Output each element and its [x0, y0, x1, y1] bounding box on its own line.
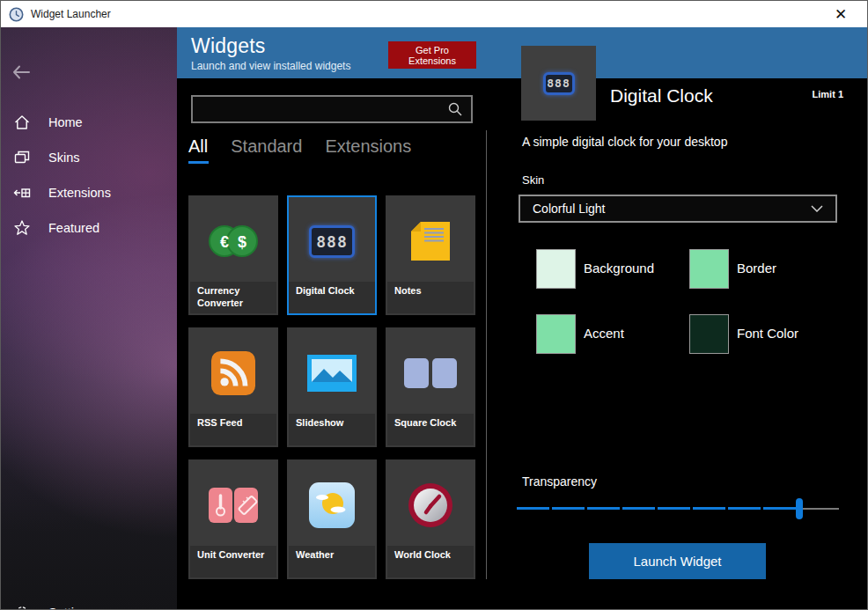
- skin-select[interactable]: Colorful Light: [519, 195, 837, 223]
- sidebar-item-label: Featured: [48, 221, 99, 235]
- widget-card-currency-converter[interactable]: € $ Currency Converter: [188, 195, 278, 315]
- square-clock-icon: [403, 356, 458, 391]
- detail-widget-tile: 888: [521, 46, 596, 121]
- back-arrow-icon[interactable]: [11, 62, 32, 82]
- search-input[interactable]: [193, 97, 447, 121]
- sidebar-item-extensions[interactable]: Extensions: [1, 180, 177, 206]
- widget-card-label: Unit Converter: [197, 548, 269, 561]
- widget-card-rss-feed[interactable]: RSS Feed: [188, 327, 278, 447]
- gear-icon: [13, 604, 31, 610]
- slider-track-filled[interactable]: [517, 507, 799, 510]
- chevron-down-icon: [811, 205, 823, 212]
- widget-card-notes[interactable]: Notes: [386, 195, 475, 315]
- tab-all[interactable]: All: [188, 136, 208, 164]
- search-box: [191, 95, 473, 123]
- extensions-icon: [13, 184, 31, 202]
- rss-feed-icon: [211, 351, 255, 395]
- star-icon: [13, 219, 31, 237]
- home-icon: [13, 114, 31, 131]
- search-icon[interactable]: [447, 101, 463, 117]
- border-color-swatch[interactable]: [689, 249, 729, 289]
- get-pro-extensions-button[interactable]: Get Pro Extensions: [388, 41, 476, 69]
- swatch-label: Accent: [584, 326, 624, 341]
- svg-text:$: $: [238, 233, 246, 251]
- scrollbar[interactable]: [486, 130, 487, 579]
- swatch-label: Border: [737, 261, 776, 276]
- widget-card-label: World Clock: [394, 548, 467, 561]
- slideshow-icon: [307, 355, 357, 392]
- window-title: Widget Launcher: [31, 8, 111, 20]
- title-bar: Widget Launcher ✕: [1, 1, 867, 27]
- skin-label: Skin: [522, 173, 544, 187]
- currency-converter-icon: € $: [206, 224, 261, 259]
- slider-track-remainder[interactable]: [799, 508, 839, 510]
- widget-card-unit-converter[interactable]: Unit Converter: [188, 459, 278, 579]
- widget-card-label: Digital Clock: [296, 284, 368, 297]
- page-title: Widgets: [191, 34, 265, 58]
- tab-bar: All Standard Extensions: [188, 136, 411, 164]
- close-button[interactable]: ✕: [821, 1, 860, 27]
- sidebar-item-label: Settings: [48, 606, 94, 610]
- app-clock-icon: [9, 7, 24, 22]
- unit-converter-icon: [207, 485, 260, 525]
- widget-card-square-clock[interactable]: Square Clock: [386, 327, 475, 447]
- slider-thumb[interactable]: [796, 498, 803, 519]
- widget-card-label: RSS Feed: [197, 416, 269, 429]
- tab-standard[interactable]: Standard: [231, 136, 302, 164]
- tab-extensions[interactable]: Extensions: [325, 136, 411, 164]
- detail-description: A simple digital clock for your desktop: [522, 135, 727, 149]
- sidebar-item-featured[interactable]: Featured: [1, 215, 177, 241]
- widget-card-label: Currency Converter: [197, 284, 269, 309]
- world-clock-icon: [407, 481, 454, 529]
- accent-color-swatch[interactable]: [536, 314, 576, 354]
- sidebar-item-label: Extensions: [48, 186, 111, 200]
- svg-text:€: €: [220, 233, 229, 251]
- font-color-swatch[interactable]: [689, 314, 729, 354]
- skin-selected-value: Colorful Light: [533, 202, 606, 216]
- widget-card-digital-clock[interactable]: 888 Digital Clock: [287, 195, 377, 315]
- background-color-swatch[interactable]: [536, 249, 576, 289]
- sidebar-item-home[interactable]: Home: [1, 109, 177, 136]
- swatch-label: Font Color: [737, 326, 798, 341]
- widget-launcher-window: Widget Launcher ✕ Home Skins: [0, 0, 868, 610]
- detail-title: Digital Clock: [610, 85, 713, 107]
- widget-card-weather[interactable]: Weather: [287, 459, 377, 579]
- widget-card-label: Notes: [394, 284, 467, 297]
- swatch-row: Background Border: [522, 249, 850, 290]
- weather-icon: [309, 482, 355, 528]
- swatch-label: Background: [584, 261, 654, 276]
- widget-grid: € $ Currency Converter 888 Digital Clock: [188, 195, 479, 579]
- swatch-row: Accent Font Color: [522, 314, 850, 355]
- sidebar: Home Skins Extensions Featured: [1, 27, 177, 610]
- sidebar-item-settings[interactable]: Settings: [1, 599, 177, 610]
- widget-card-world-clock[interactable]: World Clock: [386, 459, 475, 579]
- digital-clock-icon: 888: [309, 225, 355, 258]
- transparency-slider[interactable]: [517, 497, 839, 520]
- launch-widget-button[interactable]: Launch Widget: [589, 543, 766, 579]
- widget-card-label: Weather: [296, 548, 368, 561]
- page-subtitle: Launch and view installed widgets: [191, 60, 350, 72]
- sidebar-item-label: Home: [48, 115, 83, 129]
- widget-card-label: Slideshow: [296, 416, 368, 429]
- widget-card-label: Square Clock: [394, 416, 467, 429]
- sidebar-item-skins[interactable]: Skins: [1, 144, 177, 171]
- limit-badge: Limit 1: [813, 89, 843, 99]
- widget-card-slideshow[interactable]: Slideshow: [287, 327, 377, 447]
- sidebar-item-label: Skins: [48, 151, 79, 165]
- digital-clock-icon: 888: [543, 72, 575, 95]
- skins-icon: [13, 149, 31, 166]
- notes-icon: [408, 219, 452, 263]
- transparency-label: Transparency: [522, 474, 597, 489]
